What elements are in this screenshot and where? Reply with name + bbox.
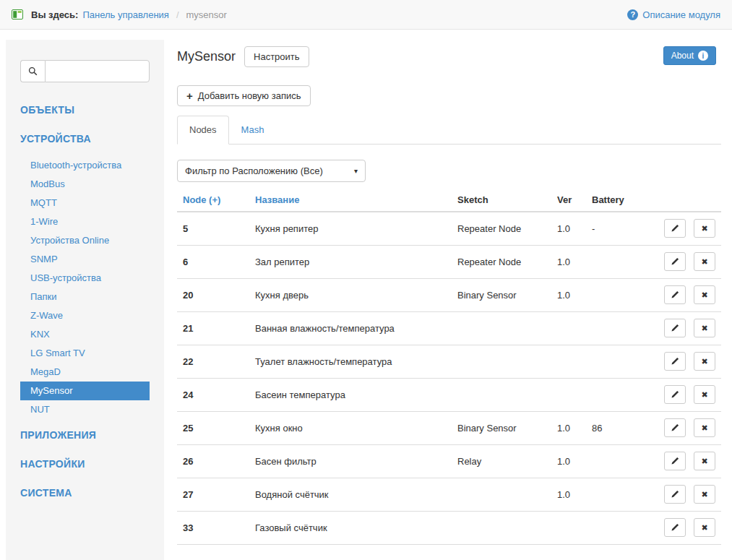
tab-nodes[interactable]: Nodes <box>177 116 229 145</box>
edit-button[interactable] <box>664 285 686 304</box>
tab-mash[interactable]: Mash <box>229 116 277 145</box>
delete-button[interactable]: ✖ <box>694 452 715 470</box>
sidebar-section-objects[interactable]: ОБЪЕКТЫ <box>20 104 150 116</box>
sidebar-item-nut[interactable]: NUT <box>20 400 150 419</box>
ver-cell <box>551 378 586 411</box>
delete-button[interactable]: ✖ <box>694 518 715 537</box>
node-id-cell: 6 <box>177 245 249 278</box>
sidebar-item-folders[interactable]: Папки <box>20 288 150 306</box>
ver-cell: 1.0 <box>551 245 586 278</box>
sidebar-item-mqtt[interactable]: MQTT <box>20 194 150 212</box>
sort-name-link[interactable]: Название <box>255 194 299 205</box>
node-id-cell: 26 <box>177 444 249 478</box>
col-header-ver: Ver <box>551 189 586 212</box>
edit-button[interactable] <box>664 352 686 371</box>
close-icon: ✖ <box>701 457 707 465</box>
sidebar: ОБЪЕКТЫ УСТРОЙСТВА Bluetooth-устройства … <box>6 40 164 560</box>
actions-cell: ✖ <box>640 245 721 278</box>
breadcrumb-home-link[interactable]: Панель управления <box>82 9 168 20</box>
configure-button[interactable]: Настроить <box>244 46 309 67</box>
about-button-label: About <box>671 51 694 61</box>
close-icon: ✖ <box>701 491 707 499</box>
ver-cell <box>551 511 586 544</box>
sketch-cell: Binary Sensor <box>452 411 551 444</box>
delete-button[interactable]: ✖ <box>694 352 715 371</box>
edit-button[interactable] <box>664 452 686 470</box>
edit-button[interactable] <box>664 252 686 271</box>
delete-button[interactable]: ✖ <box>694 385 715 404</box>
module-description[interactable]: ? Описание модуля <box>627 9 720 20</box>
node-id-cell: 24 <box>177 378 249 411</box>
edit-button[interactable] <box>664 385 686 404</box>
delete-button[interactable]: ✖ <box>694 252 715 271</box>
delete-button[interactable]: ✖ <box>694 219 715 238</box>
battery-cell: 86 <box>586 411 640 444</box>
sidebar-item-1-wire[interactable]: 1-Wire <box>20 212 150 231</box>
sketch-cell <box>452 311 551 345</box>
edit-button[interactable] <box>664 485 686 504</box>
table-row: 24 Басеин температура ✖ <box>177 378 721 411</box>
top-breadcrumb-bar: Вы здесь: Панель управления / mysensor ?… <box>0 0 732 30</box>
about-button[interactable]: About i <box>663 46 716 65</box>
module-description-link[interactable]: Описание модуля <box>642 9 720 20</box>
location-filter-select[interactable]: Фильтр по Расположению (Все) ▾ <box>177 160 366 182</box>
sidebar-item-modbus[interactable]: ModBus <box>20 175 150 194</box>
table-row: 25 Кухня окно Binary Sensor 1.0 86 ✖ <box>177 411 721 444</box>
delete-button[interactable]: ✖ <box>694 418 715 437</box>
table-header-row: Node (+) Название Sketch Ver Battery <box>177 189 721 212</box>
edit-button[interactable] <box>664 518 686 537</box>
battery-cell <box>586 378 640 411</box>
sidebar-section-settings[interactable]: НАСТРОЙКИ <box>20 458 150 470</box>
battery-cell <box>586 444 640 478</box>
main-content: MySensor Настроить About i + Добавить но… <box>177 40 721 545</box>
delete-button[interactable]: ✖ <box>694 285 715 304</box>
sort-node-link[interactable]: Node (+) <box>183 194 220 205</box>
table-row: 27 Водяной счётчик 1.0 ✖ <box>177 478 721 511</box>
pencil-icon <box>671 457 679 465</box>
sidebar-item-devices-online[interactable]: Устройства Online <box>20 231 150 250</box>
node-id-cell: 21 <box>177 311 249 345</box>
node-id-cell: 25 <box>177 411 249 444</box>
name-cell: Басен фильтр <box>249 444 452 478</box>
plus-icon: + <box>186 92 193 100</box>
search-button[interactable] <box>20 60 45 82</box>
sketch-cell <box>452 511 551 544</box>
battery-cell <box>586 345 640 378</box>
col-header-actions <box>640 189 721 212</box>
sidebar-item-bluetooth-devices[interactable]: Bluetooth-устройства <box>20 156 150 175</box>
name-cell: Зал репитер <box>249 245 452 278</box>
table-row: 26 Басен фильтр Relay 1.0 ✖ <box>177 444 721 478</box>
delete-button[interactable]: ✖ <box>694 485 715 504</box>
sidebar-item-z-wave[interactable]: Z-Wave <box>20 306 150 325</box>
table-row: 20 Кухня дверь Binary Sensor 1.0 ✖ <box>177 278 721 311</box>
name-cell: Газовый счётчик <box>249 511 452 544</box>
edit-button[interactable] <box>664 319 686 337</box>
sidebar-section-system[interactable]: СИСТЕМА <box>20 487 150 499</box>
ver-cell: 1.0 <box>551 444 586 478</box>
sidebar-item-snmp[interactable]: SNMP <box>20 250 150 269</box>
node-id-cell: 20 <box>177 278 249 311</box>
name-cell: Кухня дверь <box>249 278 452 311</box>
table-row: 33 Газовый счётчик ✖ <box>177 511 721 544</box>
sidebar-item-megad[interactable]: MegaD <box>20 363 150 382</box>
actions-cell: ✖ <box>640 511 721 544</box>
edit-button[interactable] <box>664 219 686 238</box>
name-cell: Водяной счётчик <box>249 478 452 511</box>
ver-cell: 1.0 <box>551 411 586 444</box>
close-icon: ✖ <box>701 291 707 299</box>
sidebar-item-mysensor[interactable]: MySensor <box>20 382 150 400</box>
delete-button[interactable]: ✖ <box>694 319 715 337</box>
sidebar-section-applications[interactable]: ПРИЛОЖЕНИЯ <box>20 429 150 441</box>
search-input[interactable] <box>45 60 150 82</box>
sidebar-section-devices[interactable]: УСТРОЙСТВА <box>20 133 150 145</box>
add-record-button[interactable]: + Добавить новую запись <box>177 85 311 106</box>
battery-cell: - <box>586 212 640 245</box>
actions-cell: ✖ <box>640 345 721 378</box>
sidebar-item-usb-devices[interactable]: USB-устройства <box>20 269 150 288</box>
edit-button[interactable] <box>664 418 686 437</box>
table-row: 21 Ванная влажность/температура ✖ <box>177 311 721 345</box>
sidebar-item-knx[interactable]: KNX <box>20 325 150 344</box>
sidebar-item-lg-smart-tv[interactable]: LG Smart TV <box>20 344 150 363</box>
battery-cell <box>586 478 640 511</box>
pencil-icon <box>671 290 679 299</box>
